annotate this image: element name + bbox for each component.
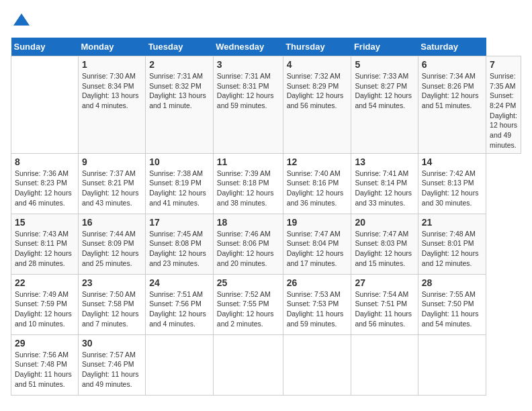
table-row [283,334,351,395]
day-number: 9 [82,156,142,167]
day-number: 29 [15,338,75,349]
day-number: 7 [490,59,517,70]
day-number: 21 [422,217,482,228]
table-row: 19Sunrise: 7:47 AMSunset: 8:04 PMDayligh… [283,214,351,274]
svg-marker-0 [13,13,30,26]
table-row: 3Sunrise: 7:31 AMSunset: 8:31 PMDaylight… [213,56,283,154]
day-info: Sunrise: 7:49 AMSunset: 7:59 PMDaylight:… [15,290,72,328]
day-info: Sunrise: 7:56 AMSunset: 7:48 PMDaylight:… [15,351,72,388]
table-row: 26Sunrise: 7:53 AMSunset: 7:53 PMDayligh… [283,274,351,334]
day-number: 5 [355,59,414,70]
day-number: 10 [149,156,210,167]
table-row: 2Sunrise: 7:31 AMSunset: 8:32 PMDaylight… [146,56,214,154]
table-row: 17Sunrise: 7:45 AMSunset: 8:08 PMDayligh… [146,214,214,274]
weekday-header-friday: Friday [351,38,418,56]
day-number: 1 [82,59,142,70]
day-info: Sunrise: 7:33 AMSunset: 8:27 PMDaylight:… [355,72,412,109]
day-info: Sunrise: 7:52 AMSunset: 7:55 PMDaylight:… [217,290,274,328]
day-number: 22 [15,277,75,288]
day-info: Sunrise: 7:38 AMSunset: 8:19 PMDaylight:… [149,169,206,207]
table-row: 14Sunrise: 7:42 AMSunset: 8:13 PMDayligh… [418,153,486,214]
day-info: Sunrise: 7:48 AMSunset: 8:01 PMDaylight:… [422,230,479,267]
day-number: 30 [82,338,142,349]
day-info: Sunrise: 7:47 AMSunset: 8:04 PMDaylight:… [287,230,344,267]
day-info: Sunrise: 7:32 AMSunset: 8:29 PMDaylight:… [287,72,344,109]
day-info: Sunrise: 7:44 AMSunset: 8:09 PMDaylight:… [82,230,139,267]
day-info: Sunrise: 7:34 AMSunset: 8:26 PMDaylight:… [422,72,479,109]
day-info: Sunrise: 7:36 AMSunset: 8:23 PMDaylight:… [15,169,72,207]
day-info: Sunrise: 7:50 AMSunset: 7:58 PMDaylight:… [82,290,139,328]
day-number: 8 [15,156,75,167]
day-number: 24 [149,277,210,288]
day-info: Sunrise: 7:31 AMSunset: 8:31 PMDaylight:… [217,72,274,109]
day-number: 14 [422,156,482,167]
table-row: 28Sunrise: 7:55 AMSunset: 7:50 PMDayligh… [418,274,486,334]
day-info: Sunrise: 7:54 AMSunset: 7:51 PMDaylight:… [355,290,412,328]
table-row: 5Sunrise: 7:33 AMSunset: 8:27 PMDaylight… [351,56,418,154]
day-number: 26 [287,277,348,288]
day-info: Sunrise: 7:45 AMSunset: 8:08 PMDaylight:… [149,230,206,267]
table-row [146,334,214,395]
logo [11,11,31,30]
day-info: Sunrise: 7:42 AMSunset: 8:13 PMDaylight:… [422,169,479,207]
day-info: Sunrise: 7:41 AMSunset: 8:14 PMDaylight:… [355,169,412,207]
weekday-header-wednesday: Wednesday [213,38,283,56]
day-info: Sunrise: 7:39 AMSunset: 8:18 PMDaylight:… [217,169,274,207]
table-row: 18Sunrise: 7:46 AMSunset: 8:06 PMDayligh… [213,214,283,274]
empty-cell [11,56,79,154]
day-number: 28 [422,277,482,288]
weekday-header-saturday: Saturday [418,38,486,56]
table-row: 16Sunrise: 7:44 AMSunset: 8:09 PMDayligh… [78,214,145,274]
weekday-header-monday: Monday [78,38,145,56]
table-row: 23Sunrise: 7:50 AMSunset: 7:58 PMDayligh… [78,274,145,334]
day-info: Sunrise: 7:46 AMSunset: 8:06 PMDaylight:… [217,230,274,267]
day-info: Sunrise: 7:53 AMSunset: 7:53 PMDaylight:… [287,290,344,328]
day-info: Sunrise: 7:31 AMSunset: 8:32 PMDaylight:… [149,72,206,109]
day-number: 13 [355,156,414,167]
day-number: 25 [217,277,279,288]
day-number: 2 [149,59,210,70]
day-number: 15 [15,217,75,228]
table-row: 30Sunrise: 7:57 AMSunset: 7:46 PMDayligh… [78,334,145,395]
table-row: 21Sunrise: 7:48 AMSunset: 8:01 PMDayligh… [418,214,486,274]
table-row: 29Sunrise: 7:56 AMSunset: 7:48 PMDayligh… [11,334,79,395]
weekday-header-thursday: Thursday [283,38,351,56]
day-number: 17 [149,217,210,228]
day-number: 27 [355,277,414,288]
day-number: 20 [355,217,414,228]
day-info: Sunrise: 7:55 AMSunset: 7:50 PMDaylight:… [422,290,479,328]
weekday-header-sunday: Sunday [11,38,79,56]
day-info: Sunrise: 7:57 AMSunset: 7:46 PMDaylight:… [82,351,139,388]
day-number: 18 [217,217,279,228]
day-info: Sunrise: 7:35 AMSunset: 8:24 PMDaylight:… [490,72,517,149]
day-number: 3 [217,59,279,70]
table-row: 7Sunrise: 7:35 AMSunset: 8:24 PMDaylight… [486,56,521,154]
table-row: 8Sunrise: 7:36 AMSunset: 8:23 PMDaylight… [11,153,79,214]
day-info: Sunrise: 7:37 AMSunset: 8:21 PMDaylight:… [82,169,139,207]
table-row: 15Sunrise: 7:43 AMSunset: 8:11 PMDayligh… [11,214,79,274]
day-number: 16 [82,217,142,228]
logo-icon [12,11,31,30]
day-number: 23 [82,277,142,288]
table-row: 22Sunrise: 7:49 AMSunset: 7:59 PMDayligh… [11,274,79,334]
calendar-table: SundayMondayTuesdayWednesdayThursdayFrid… [11,38,521,396]
day-info: Sunrise: 7:47 AMSunset: 8:03 PMDaylight:… [355,230,412,267]
table-row [351,334,418,395]
table-row: 13Sunrise: 7:41 AMSunset: 8:14 PMDayligh… [351,153,418,214]
weekday-header-tuesday: Tuesday [146,38,214,56]
day-info: Sunrise: 7:43 AMSunset: 8:11 PMDaylight:… [15,230,72,267]
day-info: Sunrise: 7:40 AMSunset: 8:16 PMDaylight:… [287,169,344,207]
table-row: 27Sunrise: 7:54 AMSunset: 7:51 PMDayligh… [351,274,418,334]
table-row: 4Sunrise: 7:32 AMSunset: 8:29 PMDaylight… [283,56,351,154]
table-row: 12Sunrise: 7:40 AMSunset: 8:16 PMDayligh… [283,153,351,214]
day-number: 4 [287,59,348,70]
table-row: 20Sunrise: 7:47 AMSunset: 8:03 PMDayligh… [351,214,418,274]
table-row [418,334,486,395]
page-header [11,11,521,30]
day-info: Sunrise: 7:30 AMSunset: 8:34 PMDaylight:… [82,72,139,109]
table-row [213,334,283,395]
table-row: 25Sunrise: 7:52 AMSunset: 7:55 PMDayligh… [213,274,283,334]
day-number: 6 [422,59,482,70]
day-info: Sunrise: 7:51 AMSunset: 7:56 PMDaylight:… [149,290,206,328]
table-row: 10Sunrise: 7:38 AMSunset: 8:19 PMDayligh… [146,153,214,214]
